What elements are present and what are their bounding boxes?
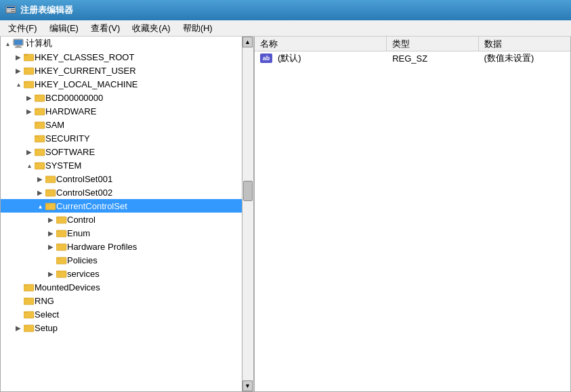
scroll-track bbox=[242, 47, 253, 380]
folder-icon-security bbox=[35, 133, 45, 143]
tree-node-hwprofiles[interactable]: ▶ Hardware Profiles bbox=[1, 240, 253, 253]
hkcr-label: HKEY_CLASSES_ROOT bbox=[35, 52, 134, 62]
svg-rect-8 bbox=[15, 47, 22, 48]
menu-favorites[interactable]: 收藏夹(A) bbox=[127, 21, 175, 36]
tree-node-setup[interactable]: ▶ Setup bbox=[1, 321, 253, 334]
svg-rect-1 bbox=[7, 7, 15, 8]
tree-node-enum[interactable]: ▶ Enum bbox=[1, 226, 253, 240]
expand-cs002[interactable]: ▶ bbox=[35, 187, 45, 198]
svg-rect-71 bbox=[24, 326, 28, 326]
main-content: ▴ 计算机 ▶ HKEY_CLASSES_ROOT ▶ bbox=[0, 37, 571, 392]
tree-node-hklm[interactable]: ▴ HKEY_LOCAL_MACHINE bbox=[1, 77, 253, 91]
svg-rect-56 bbox=[56, 258, 60, 259]
expand-computer[interactable]: ▴ bbox=[2, 38, 13, 49]
cell-type: REG_SZ bbox=[387, 53, 478, 64]
security-label: SECURITY bbox=[45, 133, 90, 144]
tree-node-hardware[interactable]: ▶ HARDWARE bbox=[1, 104, 253, 118]
tree-node-mounteddevices[interactable]: ▶ MountedDevices bbox=[1, 280, 253, 294]
expand-cs001[interactable]: ▶ bbox=[35, 173, 45, 184]
expand-hkcu[interactable]: ▶ bbox=[13, 65, 24, 76]
svg-rect-65 bbox=[24, 299, 28, 299]
col-header-data: 数据 bbox=[479, 37, 570, 51]
table-row[interactable]: ab (默认) REG_SZ (数值未设置) bbox=[255, 51, 570, 65]
tree-node-services[interactable]: ▶ services bbox=[1, 267, 253, 280]
scroll-down-btn[interactable]: ▼ bbox=[242, 380, 253, 391]
folder-icon-enum bbox=[56, 228, 67, 238]
software-label: SOFTWARE bbox=[45, 147, 95, 157]
folder-icon-select bbox=[24, 309, 35, 319]
folder-icon-services bbox=[56, 269, 67, 278]
svg-rect-11 bbox=[24, 55, 28, 56]
tree-panel[interactable]: ▴ 计算机 ▶ HKEY_CLASSES_ROOT ▶ bbox=[1, 37, 255, 391]
computer-label: 计算机 bbox=[26, 37, 52, 49]
cs001-label: ControlSet001 bbox=[56, 174, 112, 184]
system-label: SYSTEM bbox=[45, 160, 81, 171]
folder-icon-sam bbox=[35, 120, 45, 129]
column-headers: 名称 类型 数据 bbox=[255, 37, 570, 51]
expand-hardware[interactable]: ▶ bbox=[24, 106, 35, 116]
svg-rect-59 bbox=[56, 271, 60, 272]
tree-node-bcd[interactable]: ▶ BCD00000000 bbox=[1, 91, 253, 104]
tree-node-rng[interactable]: ▶ RNG bbox=[1, 294, 253, 307]
tree-node-select[interactable]: ▶ Select bbox=[1, 307, 253, 321]
svg-rect-4 bbox=[11, 11, 15, 12]
expand-software[interactable]: ▶ bbox=[24, 146, 35, 157]
tree-node-computer[interactable]: ▴ 计算机 bbox=[1, 37, 253, 50]
expand-setup[interactable]: ▶ bbox=[13, 322, 24, 333]
expand-hkcr[interactable]: ▶ bbox=[13, 51, 24, 62]
menu-bar: 文件(F) 编辑(E) 查看(V) 收藏夹(A) 帮助(H) bbox=[0, 20, 571, 37]
svg-rect-44 bbox=[45, 204, 49, 204]
svg-rect-7 bbox=[16, 45, 20, 47]
setup-label: Setup bbox=[35, 323, 58, 333]
tree-node-software[interactable]: ▶ SOFTWARE bbox=[1, 145, 253, 158]
folder-icon-system bbox=[35, 160, 45, 170]
svg-rect-3 bbox=[11, 9, 15, 10]
ccs-label: CurrentControlSet bbox=[56, 201, 127, 211]
menu-file[interactable]: 文件(F) bbox=[3, 21, 43, 36]
scroll-up-btn[interactable]: ▲ bbox=[242, 37, 253, 47]
expand-ccs[interactable]: ▴ bbox=[35, 200, 45, 211]
svg-rect-14 bbox=[24, 68, 28, 69]
expand-hklm[interactable]: ▴ bbox=[13, 79, 24, 89]
svg-rect-62 bbox=[24, 285, 28, 286]
svg-rect-26 bbox=[35, 123, 39, 123]
folder-icon-cs002 bbox=[45, 188, 56, 197]
folder-icon-policies bbox=[56, 255, 67, 265]
tree-node-control[interactable]: ▶ Control bbox=[1, 213, 253, 226]
expand-system[interactable]: ▴ bbox=[24, 160, 35, 171]
scroll-thumb[interactable] bbox=[243, 181, 253, 201]
mounteddevices-label: MountedDevices bbox=[35, 282, 100, 292]
tree-node-ccs[interactable]: ▴ CurrentControlSet bbox=[1, 199, 253, 213]
tree-node-system[interactable]: ▴ SYSTEM bbox=[1, 158, 253, 172]
tree-node-hkcu[interactable]: ▶ HKEY_CURRENT_USER bbox=[1, 64, 253, 77]
menu-edit[interactable]: 编辑(E) bbox=[44, 21, 84, 36]
hwprofiles-label: Hardware Profiles bbox=[67, 242, 137, 252]
svg-rect-35 bbox=[35, 163, 39, 164]
tree-node-policies[interactable]: ▶ Policies bbox=[1, 253, 253, 267]
cell-data: (数值未设置) bbox=[479, 51, 570, 65]
computer-icon bbox=[13, 38, 24, 49]
expand-enum[interactable]: ▶ bbox=[45, 227, 56, 238]
col-header-type: 类型 bbox=[387, 37, 479, 51]
menu-view[interactable]: 查看(V) bbox=[85, 21, 125, 36]
expand-services[interactable]: ▶ bbox=[45, 268, 56, 279]
svg-rect-2 bbox=[7, 9, 10, 12]
expand-bcd[interactable]: ▶ bbox=[24, 92, 35, 103]
tree-node-security[interactable]: ▶ SECURITY bbox=[1, 131, 253, 145]
menu-help[interactable]: 帮助(H) bbox=[177, 21, 218, 36]
expand-hwprofiles[interactable]: ▶ bbox=[45, 241, 56, 252]
tree-node-hkcr[interactable]: ▶ HKEY_CLASSES_ROOT bbox=[1, 50, 253, 64]
tree-node-cs002[interactable]: ▶ ControlSet002 bbox=[1, 186, 253, 199]
folder-icon-ccs bbox=[45, 201, 56, 211]
svg-rect-32 bbox=[35, 150, 39, 150]
hklm-label: HKEY_LOCAL_MACHINE bbox=[35, 79, 138, 89]
tree-scrollbar[interactable]: ▲ ▼ bbox=[242, 37, 253, 391]
tree-node-cs001[interactable]: ▶ ControlSet001 bbox=[1, 172, 253, 186]
expand-control[interactable]: ▶ bbox=[45, 214, 56, 225]
folder-icon-hkcu bbox=[24, 66, 35, 75]
cell-name[interactable]: ab (默认) bbox=[255, 51, 387, 65]
folder-icon-control bbox=[56, 215, 67, 224]
tree-node-sam[interactable]: ▶ SAM bbox=[1, 118, 253, 131]
services-label: services bbox=[67, 269, 100, 279]
svg-rect-6 bbox=[14, 40, 22, 45]
